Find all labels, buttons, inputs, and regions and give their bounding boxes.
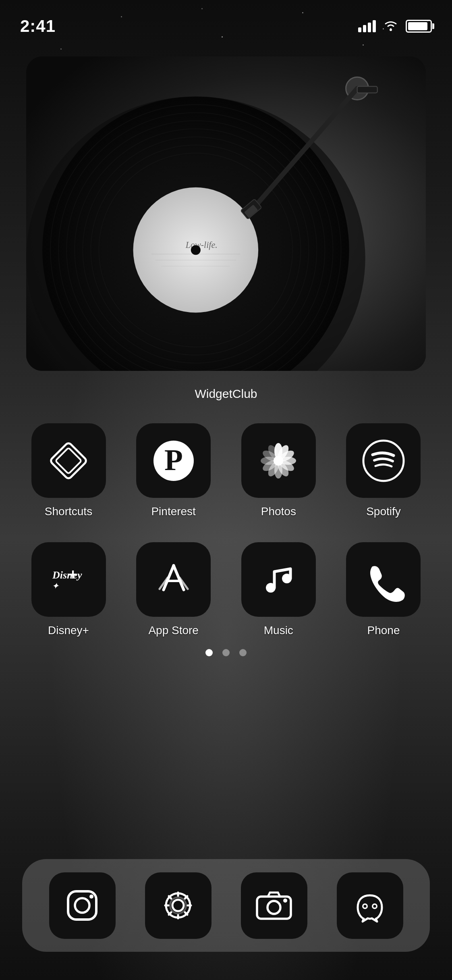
svg-point-52 — [89, 895, 93, 899]
appstore-icon — [151, 558, 196, 602]
svg-text:P: P — [164, 443, 183, 476]
music-label: Music — [264, 624, 293, 637]
page-dot-1[interactable] — [205, 649, 213, 656]
spotify-icon — [361, 439, 406, 483]
svg-point-49 — [282, 574, 292, 583]
app-item-photos[interactable]: Photos — [234, 423, 323, 518]
page-dots — [0, 649, 452, 656]
spotify-label: Spotify — [366, 505, 401, 518]
wifi-icon — [383, 19, 398, 33]
pinterest-label: Pinterest — [151, 505, 196, 518]
disneyplus-label: Disney+ — [48, 624, 89, 637]
app-item-appstore[interactable]: App Store — [129, 542, 218, 637]
camera-icon — [254, 885, 294, 926]
svg-text:+: + — [68, 566, 77, 583]
app-item-disneyplus[interactable]: Disney ✦ + Disney+ — [24, 542, 113, 637]
svg-point-57 — [267, 901, 280, 914]
music-icon — [256, 558, 301, 602]
status-icons — [358, 19, 432, 33]
page-dot-2[interactable] — [222, 649, 230, 656]
app-item-phone[interactable]: Phone — [339, 542, 428, 637]
music-app-icon[interactable] — [241, 542, 316, 617]
signal-icon — [358, 20, 376, 32]
svg-point-53 — [172, 900, 184, 911]
page-dot-3[interactable] — [239, 649, 247, 656]
svg-point-48 — [266, 583, 276, 593]
svg-point-39 — [363, 441, 404, 481]
app-item-music[interactable]: Music — [234, 542, 323, 637]
app-row-2: Disney ✦ + Disney+ App Store — [24, 542, 428, 637]
dock-item-discord[interactable] — [337, 872, 403, 939]
app-item-pinterest[interactable]: P Pinterest — [129, 423, 218, 518]
svg-point-62 — [373, 905, 376, 908]
svg-point-0 — [390, 29, 392, 31]
appstore-label: App Store — [148, 624, 199, 637]
spotify-app-icon[interactable] — [346, 423, 421, 498]
app-row-1: Shortcuts P Pinterest — [24, 423, 428, 518]
svg-text:✦: ✦ — [52, 581, 60, 591]
pinterest-icon: P — [151, 439, 196, 483]
status-bar: 2:41 — [0, 0, 452, 40]
widget-club-label: WidgetClub — [0, 387, 452, 401]
battery-icon — [406, 20, 432, 33]
svg-point-61 — [364, 905, 367, 908]
instagram-dock-icon[interactable] — [49, 872, 116, 939]
disneyplus-app-icon[interactable]: Disney ✦ + — [31, 542, 106, 617]
pinterest-app-icon[interactable]: P — [136, 423, 211, 498]
dock-item-instagram[interactable] — [49, 872, 116, 939]
photos-app-icon[interactable] — [241, 423, 316, 498]
dock — [22, 859, 430, 952]
settings-icon — [158, 885, 198, 926]
shortcuts-icon — [46, 439, 91, 483]
app-grid: Shortcuts P Pinterest — [0, 423, 452, 661]
dock-item-camera[interactable] — [241, 872, 307, 939]
photos-label: Photos — [261, 505, 296, 518]
vinyl-inner: Low-life. — [26, 56, 426, 371]
camera-dock-icon[interactable] — [241, 872, 307, 939]
status-time: 2:41 — [20, 17, 56, 36]
phone-app-icon[interactable] — [346, 542, 421, 617]
settings-dock-icon[interactable] — [145, 872, 211, 939]
phone-icon — [361, 558, 406, 602]
appstore-app-icon[interactable] — [136, 542, 211, 617]
svg-point-51 — [75, 898, 89, 913]
svg-rect-22 — [50, 442, 87, 479]
svg-text:Low-life.: Low-life. — [185, 240, 218, 250]
svg-text:Disney: Disney — [52, 569, 82, 581]
app-item-spotify[interactable]: Spotify — [339, 423, 428, 518]
disneyplus-icon: Disney ✦ + — [46, 558, 91, 602]
photos-icon — [256, 439, 301, 483]
dock-item-settings[interactable] — [145, 872, 211, 939]
svg-point-16 — [191, 245, 201, 255]
svg-point-38 — [274, 456, 283, 466]
shortcuts-label: Shortcuts — [45, 505, 92, 518]
instagram-icon — [62, 885, 102, 926]
discord-icon — [350, 885, 390, 926]
shortcuts-app-icon[interactable] — [31, 423, 106, 498]
discord-dock-icon[interactable] — [337, 872, 403, 939]
vinyl-widget: Low-life. — [26, 56, 426, 371]
phone-label: Phone — [367, 624, 400, 637]
app-item-shortcuts[interactable]: Shortcuts — [24, 423, 113, 518]
svg-rect-20 — [357, 86, 377, 93]
svg-point-58 — [283, 899, 287, 903]
